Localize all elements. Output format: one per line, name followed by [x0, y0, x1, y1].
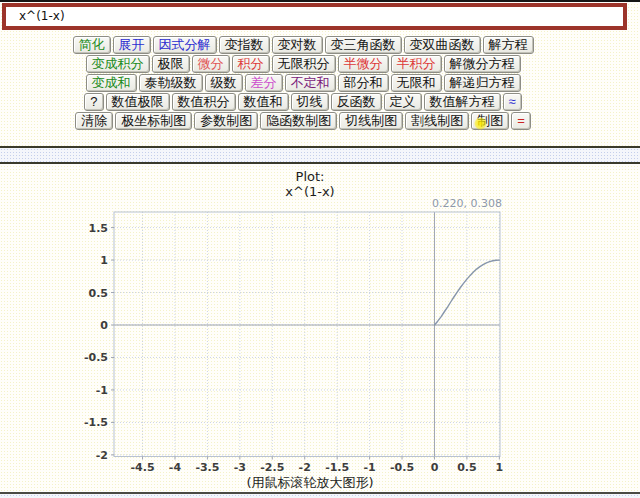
numeric-sum-button[interactable]: 数值和: [238, 93, 289, 111]
y-tick-label: -1.5: [84, 416, 108, 429]
solve-ode-button[interactable]: 解微分方程: [444, 55, 521, 73]
indefinite-sum-button[interactable]: 不定和: [285, 74, 336, 92]
x-tick-label: -1: [363, 461, 375, 474]
cursor-highlight: [474, 117, 487, 130]
solve-recurrence-button[interactable]: 解递归方程: [444, 74, 521, 92]
secant-plot-button[interactable]: 割线制图: [405, 112, 469, 130]
series-button[interactable]: 级数: [205, 74, 243, 92]
factor-button[interactable]: 因式分解: [153, 36, 217, 54]
y-tick-label: 0: [100, 319, 108, 332]
parametric-plot-button[interactable]: 参数制图: [194, 112, 258, 130]
tangent-button[interactable]: 切线: [291, 93, 329, 111]
polar-plot-button[interactable]: 极坐标制图: [115, 112, 192, 130]
toolbar-row: ?数值极限数值积分数值和切线反函数定义数值解方程≈: [0, 93, 623, 112]
x-tick-label: -2.5: [260, 461, 284, 474]
approx-button[interactable]: ≈: [503, 93, 522, 111]
toolbar: 简化展开因式分解变指数变对数变三角函数变双曲函数解方程变成积分极限微分积分无限积…: [0, 36, 623, 131]
partial-sum-button[interactable]: 部分和: [338, 74, 389, 92]
x-tick-label: -4.5: [131, 461, 155, 474]
y-tick-label: -1: [96, 384, 108, 397]
limit-button[interactable]: 极限: [152, 55, 190, 73]
toolbar-row: 简化展开因式分解变指数变对数变三角函数变双曲函数解方程: [0, 36, 623, 55]
inverse-function-button[interactable]: 反函数: [331, 93, 382, 111]
x-tick-label: -3: [234, 461, 246, 474]
toolbar-row: 变成积分极限微分积分无限积分半微分半积分解微分方程: [0, 55, 623, 74]
differentiate-button[interactable]: 微分: [192, 55, 230, 73]
implicit-plot-button[interactable]: 隐函数制图: [260, 112, 337, 130]
zoom-hint-caption: (用鼠标滚轮放大图形): [0, 474, 620, 492]
infinite-sum-button[interactable]: 无限和: [391, 74, 442, 92]
to-logarithm-button[interactable]: 变对数: [272, 36, 323, 54]
x-tick-label: -3.5: [195, 461, 219, 474]
numeric-integral-button[interactable]: 数值积分: [172, 93, 236, 111]
semi-integral-button[interactable]: 半积分: [391, 55, 442, 73]
page: { "input": { "value": "x^(1-x)" }, "tool…: [0, 0, 640, 498]
to-integral-button[interactable]: 变成积分: [86, 55, 150, 73]
y-tick-label: 1.5: [89, 222, 109, 235]
x-tick-label: -1.5: [325, 461, 349, 474]
solve-equation-button[interactable]: 解方程: [483, 36, 534, 54]
to-hyperbolic-button[interactable]: 变双曲函数: [404, 36, 481, 54]
plot-button[interactable]: 制图: [471, 112, 509, 130]
definition-button[interactable]: 定义: [384, 93, 422, 111]
numeric-limit-button[interactable]: 数值极限: [106, 93, 170, 111]
frame-separator-bottom: [0, 492, 640, 498]
x-tick-label: -4: [169, 461, 182, 474]
x-tick-label: -0.5: [390, 461, 414, 474]
y-tick-label: 0.5: [89, 287, 109, 300]
toolbar-row: 变成和泰勒级数级数差分不定和部分和无限和解递归方程: [0, 74, 623, 93]
difference-button[interactable]: 差分: [245, 74, 283, 92]
y-tick-label: 1: [100, 254, 108, 267]
plot-frame: [114, 212, 500, 457]
numeric-solve-button[interactable]: 数值解方程: [424, 93, 501, 111]
toolbar-row: 清除极坐标制图参数制图隐函数制图切线制图割线制图制图=: [0, 112, 623, 131]
help-button[interactable]: ?: [84, 93, 103, 111]
x-tick-label: -2: [299, 461, 311, 474]
frame-separator-top: [0, 146, 640, 164]
integrate-button[interactable]: 积分: [232, 55, 270, 73]
clear-button[interactable]: 清除: [75, 112, 113, 130]
x-tick-label: 0: [431, 461, 439, 474]
semi-derivative-button[interactable]: 半微分: [338, 55, 389, 73]
expression-input[interactable]: [2, 3, 627, 30]
taylor-series-button[interactable]: 泰勒级数: [139, 74, 203, 92]
window-top-edge: [0, 0, 640, 2]
expand-button[interactable]: 展开: [113, 36, 151, 54]
to-trig-button[interactable]: 变三角函数: [325, 36, 402, 54]
infinite-integral-button[interactable]: 无限积分: [272, 55, 336, 73]
simplify-button[interactable]: 简化: [73, 36, 111, 54]
plot-canvas[interactable]: -4.5-4-3.5-3-2.5-2-1.5-1-0.500.511.510.5…: [0, 165, 640, 498]
to-sum-button[interactable]: 变成和: [86, 74, 137, 92]
evaluate-button[interactable]: =: [511, 112, 531, 130]
x-tick-label: 0.5: [457, 461, 477, 474]
y-tick-label: -2: [96, 449, 108, 462]
tangent-plot-button[interactable]: 切线制图: [339, 112, 403, 130]
x-tick-label: 1: [496, 461, 504, 474]
y-tick-label: -0.5: [84, 351, 108, 364]
to-exponential-button[interactable]: 变指数: [219, 36, 270, 54]
